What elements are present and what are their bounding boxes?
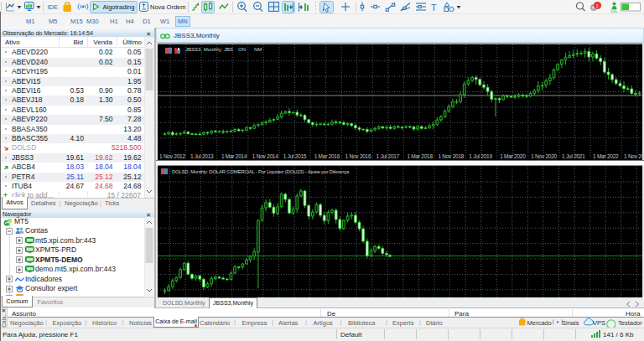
svg-text:LVL: LVL: [611, 9, 618, 13]
svg-text:T: T: [431, 3, 437, 13]
svg-text:!: !: [596, 3, 598, 10]
svg-text:Nova Ordem: Nova Ordem: [150, 3, 186, 11]
svg-text:Algotrading: Algotrading: [103, 3, 135, 11]
svg-text:IDE: IDE: [48, 3, 59, 11]
